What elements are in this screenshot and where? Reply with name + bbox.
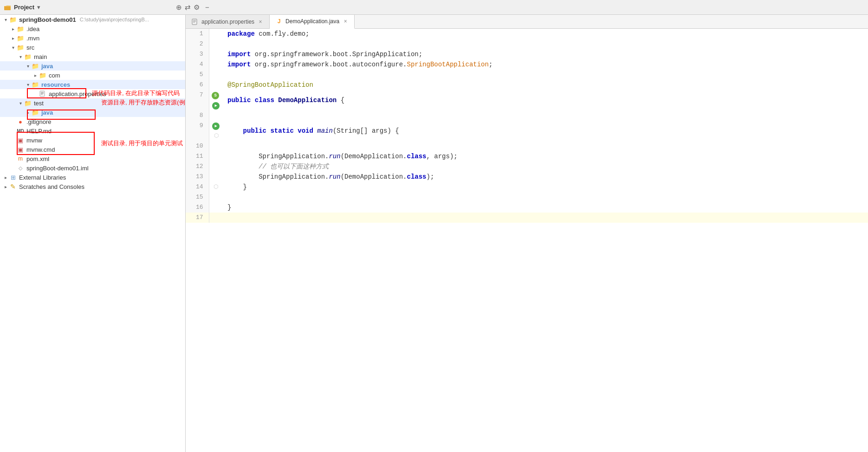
- tab-close-properties[interactable]: ×: [257, 19, 264, 25]
- sync-icon[interactable]: ⇄: [185, 3, 191, 12]
- expand-arrow-app-props: [32, 90, 39, 97]
- label-com: com: [48, 72, 60, 79]
- line-num-14: 14: [186, 182, 209, 192]
- line-code-5: [223, 70, 868, 80]
- code-line-15: 15: [186, 192, 868, 202]
- icon-scratches: ✎: [9, 183, 17, 190]
- line-code-14: }: [223, 182, 868, 192]
- expand-arrow-resources[interactable]: [24, 81, 32, 88]
- tree-item-main[interactable]: 📁 main: [0, 52, 185, 61]
- tree-item-gitignore[interactable]: ● .gitignore: [0, 117, 185, 126]
- run-button-line7[interactable]: ▶: [212, 102, 220, 110]
- folder-icon-src: 📁: [17, 44, 24, 51]
- line-code-12: // 也可以下面这种方式: [223, 161, 868, 172]
- tree-item-test[interactable]: 📁 test: [0, 98, 185, 108]
- line-num-1: 1: [186, 29, 209, 39]
- root-label: springBoot-demo01: [18, 16, 76, 23]
- tree-item-external-libs[interactable]: ⊞ External Libraries: [0, 173, 185, 182]
- line-code-6: @SpringBootApplication: [223, 80, 868, 90]
- expand-arrow-src[interactable]: [9, 44, 17, 51]
- tree-item-test-java[interactable]: 📁 java: [0, 108, 185, 117]
- folder-icon-root: 📁: [9, 16, 17, 23]
- tab-demo-application[interactable]: J DemoApplication.java ×: [270, 15, 355, 29]
- label-test: test: [33, 100, 44, 107]
- label-resources: resources: [40, 81, 70, 88]
- label-mvn: .mvn: [26, 35, 39, 42]
- globe-icon[interactable]: ⊕: [176, 3, 182, 12]
- line-gutter-3: [209, 49, 223, 59]
- label-main: main: [33, 53, 47, 60]
- tree-item-mvnw[interactable]: ▣ mvnw: [0, 136, 185, 145]
- settings-icon[interactable]: ⚙: [194, 3, 200, 12]
- tree-item-resources[interactable]: 📁 resources: [0, 80, 185, 89]
- code-editor[interactable]: 1 package com.fly.demo; 2 3 impor: [186, 29, 868, 452]
- tree-item-scratches[interactable]: ✎ Scratches and Consoles: [0, 182, 185, 191]
- tree-item-root[interactable]: 📁 springBoot-demo01 C:\study\java\projec…: [0, 15, 185, 24]
- line-gutter-4: [209, 59, 223, 70]
- tree-item-mvnw-cmd[interactable]: ▣ mvnw.cmd: [0, 145, 185, 154]
- folder-icon-com: 📁: [39, 71, 46, 79]
- line-num-15: 15: [186, 192, 209, 202]
- expand-arrow-test[interactable]: [17, 99, 24, 107]
- tab-application-properties[interactable]: application.properties ×: [186, 15, 270, 28]
- expand-arrow-root[interactable]: [2, 16, 9, 23]
- folder-icon-main: 📁: [24, 53, 32, 60]
- expand-arrow-idea[interactable]: [9, 25, 17, 32]
- folder-icon-idea: 📁: [17, 25, 24, 32]
- code-line-13: 13 SpringApplication.run(DemoApplication…: [186, 172, 868, 182]
- tab-icon-properties: [191, 18, 199, 26]
- tree-item-help-md[interactable]: MD HELP.md: [0, 126, 185, 136]
- line-code-17: [223, 213, 868, 223]
- expand-arrow-mvnw: [9, 136, 17, 144]
- expand-arrow-main[interactable]: [17, 53, 24, 60]
- line-num-8: 8: [186, 110, 209, 121]
- label-app-props: application.properties: [48, 90, 106, 97]
- line-gutter-10: [209, 141, 223, 151]
- folder-icon-mvn: 📁: [17, 34, 24, 42]
- line-num-11: 11: [186, 151, 209, 161]
- code-line-2: 2: [186, 39, 868, 49]
- code-line-9: 9 ▶ ⬡ public static void main(String[] a…: [186, 121, 868, 141]
- line-num-16: 16: [186, 202, 209, 213]
- minimize-icon[interactable]: −: [205, 3, 209, 11]
- editor-area: application.properties × J DemoApplicati…: [186, 15, 868, 452]
- file-icon-app-props: [39, 90, 46, 97]
- folder-icon-test: 📁: [24, 99, 32, 107]
- tab-close-java[interactable]: ×: [342, 18, 349, 25]
- expand-arrow-java[interactable]: [24, 62, 32, 70]
- folder-icon: [4, 4, 11, 11]
- tree-item-iml[interactable]: ◇ springBoot-demo01.iml: [0, 163, 185, 173]
- line-gutter-9: ▶ ⬡: [209, 121, 223, 141]
- label-mvnw: mvnw: [26, 137, 42, 144]
- tree-item-app-props[interactable]: application.properties: [0, 89, 185, 98]
- code-line-11: 11 SpringApplication.run(DemoApplication…: [186, 151, 868, 161]
- dropdown-icon[interactable]: ▾: [37, 4, 40, 11]
- tree-item-idea[interactable]: 📁 .idea: [0, 24, 185, 33]
- line-num-13: 13: [186, 172, 209, 182]
- file-icon-mvnw: ▣: [17, 136, 24, 144]
- line-gutter-14: ⬡: [209, 182, 223, 192]
- expand-arrow-test-java[interactable]: [24, 109, 32, 116]
- tree-item-java[interactable]: 📁 java: [0, 61, 185, 71]
- label-scratches: Scratches and Consoles: [18, 183, 84, 190]
- sidebar-container: 📁 springBoot-demo01 C:\study\java\projec…: [0, 15, 185, 191]
- expand-arrow-scratches[interactable]: [2, 183, 9, 190]
- expand-arrow-external-libs[interactable]: [2, 174, 9, 181]
- expand-arrow-iml: [9, 164, 17, 172]
- tree-item-mvn[interactable]: 📁 .mvn: [0, 33, 185, 43]
- bookmark-icon-line9: ⬡: [214, 133, 219, 139]
- expand-arrow-mvnw-cmd: [9, 146, 17, 153]
- file-icon-gitignore: ●: [17, 118, 24, 125]
- line-code-13: SpringApplication.run(DemoApplication.cl…: [223, 172, 868, 182]
- tree-item-com[interactable]: 📁 com: [0, 71, 185, 80]
- tree-item-src[interactable]: 📁 src: [0, 43, 185, 52]
- line-gutter-16: [209, 202, 223, 213]
- expand-arrow-com[interactable]: [32, 71, 39, 79]
- expand-arrow-mvn[interactable]: [9, 34, 17, 42]
- run-button-line9[interactable]: ▶: [212, 123, 220, 130]
- svg-rect-0: [4, 6, 11, 10]
- line-num-6: 6: [186, 80, 209, 90]
- tree-item-pom-xml[interactable]: m pom.xml: [0, 154, 185, 163]
- code-line-14: 14 ⬡ }: [186, 182, 868, 192]
- line-code-8: [223, 110, 868, 121]
